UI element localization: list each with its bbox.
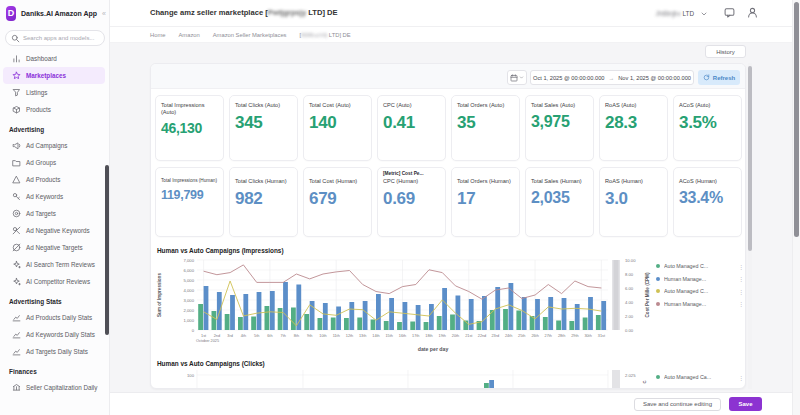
- breadcrumb-item-amazon[interactable]: Amazon: [178, 32, 199, 38]
- sidebar-item-label: Dashboard: [26, 55, 57, 62]
- legend-drag-handle-icon[interactable]: ⋮: [738, 300, 744, 307]
- sidebar-item-ad-groups[interactable]: Ad Groups: [3, 154, 105, 171]
- legend-drag-handle-icon[interactable]: ⋮: [738, 386, 744, 389]
- metric-label: Total Cost (Auto): [309, 102, 366, 109]
- metric-value: 679: [309, 189, 366, 209]
- sidebar-item-ad-keywords-daily-stats[interactable]: Ad Keywords Daily Stats: [3, 326, 105, 343]
- footer-bar: Save and continue editing Save: [110, 392, 800, 415]
- metric-card-roas-auto: RoAS (Auto)28.3: [599, 95, 668, 161]
- svg-text:6th: 6th: [267, 334, 272, 338]
- auto-metrics-row: Total Impressions (Auto)46,130Total Clic…: [155, 95, 742, 161]
- sidebar-menu: DashboardMarketplacesListingsProductsAdv…: [0, 50, 108, 396]
- legend-label: Auto Managed C...: [664, 263, 726, 269]
- target-off-icon: [12, 243, 21, 252]
- sidebar-item-label: Marketplaces: [26, 72, 66, 79]
- legend-drag-handle-icon[interactable]: ⋮: [738, 275, 744, 282]
- sidebar-item-marketplaces[interactable]: Marketplaces: [3, 67, 105, 84]
- redacted-company-name: Pwtjgrpsjy: [268, 8, 306, 17]
- dashboard-icon: [12, 54, 21, 63]
- sidebar-item-ad-negative-keywords[interactable]: Ad Negative Keywords: [3, 222, 105, 239]
- user-icon[interactable]: [747, 7, 758, 18]
- legend-item-human-managed[interactable]: Human Managed...⋮: [656, 384, 744, 390]
- legend-item-human-manage[interactable]: Human Manage...⋮: [656, 273, 744, 286]
- svg-text:4.00: 4.00: [625, 300, 634, 305]
- date-picker-button[interactable]: [507, 70, 527, 85]
- sidebar-item-ad-negative-targets[interactable]: Ad Negative Targets: [3, 239, 105, 256]
- metric-value: 345: [235, 113, 292, 133]
- legend-drag-handle-icon[interactable]: ⋮: [738, 288, 744, 295]
- legend-color-dot: [656, 388, 660, 389]
- sidebar-item-ai-search-term-reviews[interactable]: AI Search Term Reviews: [3, 256, 105, 273]
- legend-item-auto-managed-ca[interactable]: Auto Managed Ca...⋮: [656, 371, 744, 384]
- star-icon: [12, 71, 21, 80]
- sidebar-scrollbar[interactable]: [105, 165, 109, 335]
- sidebar-item-ad-products-daily-stats[interactable]: Ad Products Daily Stats: [3, 309, 105, 326]
- legend-item-human-manage[interactable]: Human Manage...⋮: [656, 298, 744, 311]
- metric-card-roas-human: RoAS (Human)3.0: [599, 167, 668, 237]
- sidebar-item-label: Listings: [26, 89, 47, 96]
- svg-text:17th: 17th: [412, 334, 419, 338]
- metric-card-total-orders-auto: Total Orders (Auto)35: [451, 95, 520, 161]
- metric-value: 46,130: [161, 120, 218, 136]
- sidebar-section-finances: Finances: [0, 360, 108, 379]
- human-metrics-row: Total Impressions (Human)119,799Total Cl…: [155, 167, 742, 237]
- account-selector[interactable]: Jht8lnjbv LTD: [655, 6, 708, 21]
- svg-text:23rd: 23rd: [491, 334, 499, 338]
- sidebar-item-products[interactable]: Products: [3, 101, 105, 118]
- metric-value: 33.4%: [679, 189, 736, 207]
- chat-icon[interactable]: [724, 7, 735, 18]
- save-button[interactable]: Save: [729, 397, 762, 411]
- metric-label: Total Orders (Human): [457, 178, 514, 185]
- sidebar-section-advertising-stats: Advertising Stats: [0, 290, 108, 309]
- svg-text:27th: 27th: [545, 334, 552, 338]
- sidebar-item-ad-targets-daily-stats[interactable]: Ad Targets Daily Stats: [3, 343, 105, 360]
- sparkle-icon: [12, 260, 21, 269]
- sidebar-item-label: Ad Groups: [26, 159, 56, 166]
- sidebar-section-advertising: Advertising: [0, 118, 108, 137]
- breadcrumb-item-home[interactable]: Home: [150, 32, 165, 38]
- date-range-input[interactable]: Oct 1, 2025 @ 00:00:00.000 → Nov 1, 2025…: [530, 70, 694, 85]
- metric-label: ACoS (Human): [679, 178, 736, 185]
- svg-text:11th: 11th: [333, 334, 340, 338]
- legend-label: Human Manage...: [664, 301, 726, 307]
- chevron-down-icon: [700, 10, 708, 18]
- svg-text:13th: 13th: [359, 334, 366, 338]
- legend-label: Auto Managed C...: [664, 288, 726, 294]
- legend-item-auto-managed-c[interactable]: Auto Managed C...⋮: [656, 260, 744, 273]
- legend-drag-handle-icon[interactable]: ⋮: [738, 374, 744, 381]
- sidebar-item-ad-campaigns[interactable]: Ad Campaigns: [3, 137, 105, 154]
- metric-label: Total Sales (Auto): [531, 102, 588, 109]
- grid-icon: [12, 175, 21, 184]
- sidebar-item-label: Ad Targets: [26, 210, 56, 217]
- search-input[interactable]: [23, 35, 101, 41]
- refresh-button[interactable]: Refresh: [698, 70, 740, 85]
- panel-scrollbar[interactable]: [748, 63, 752, 389]
- sidebar-item-label: Seller Capitalization Daily: [26, 384, 97, 391]
- sidebar-collapse-icon[interactable]: «: [102, 10, 106, 17]
- svg-text:7th: 7th: [281, 334, 286, 338]
- sidebar-item-ai-competitor-reviews[interactable]: AI Competitor Reviews: [3, 273, 105, 290]
- history-button[interactable]: History: [705, 45, 746, 58]
- sidebar-item-seller-capitalization-daily[interactable]: Seller Capitalization Daily: [3, 379, 105, 396]
- sidebar-item-dashboard[interactable]: Dashboard: [3, 50, 105, 67]
- metric-value: 140: [309, 113, 366, 133]
- svg-text:10th: 10th: [319, 334, 326, 338]
- calendar-icon: [510, 74, 518, 82]
- sidebar-item-ad-products[interactable]: Ad Products: [3, 171, 105, 188]
- sidebar-item-ad-keywords[interactable]: Ad Keywords: [3, 188, 105, 205]
- metric-label: Total Impressions (Human): [161, 178, 218, 184]
- save-and-continue-button[interactable]: Save and continue editing: [634, 398, 721, 411]
- svg-text:4th: 4th: [241, 334, 246, 338]
- legend-item-auto-managed-c[interactable]: Auto Managed C...⋮: [656, 285, 744, 298]
- svg-text:18th: 18th: [425, 334, 432, 338]
- products-icon: [12, 105, 21, 114]
- sidebar-item-label: Ad Keywords: [26, 193, 63, 200]
- search-box[interactable]: [5, 30, 105, 46]
- sidebar-item-listings[interactable]: Listings: [3, 84, 105, 101]
- breadcrumb-item-amazon-seller-marketplaces[interactable]: Amazon Seller Marketplaces: [213, 32, 287, 38]
- svg-text:14th: 14th: [372, 334, 379, 338]
- date-from: Oct 1, 2025 @ 00:00:00.000: [533, 75, 605, 81]
- sidebar-item-ad-targets[interactable]: Ad Targets: [3, 205, 105, 222]
- legend-drag-handle-icon[interactable]: ⋮: [738, 263, 744, 270]
- page-scrollbar[interactable]: [792, 0, 800, 415]
